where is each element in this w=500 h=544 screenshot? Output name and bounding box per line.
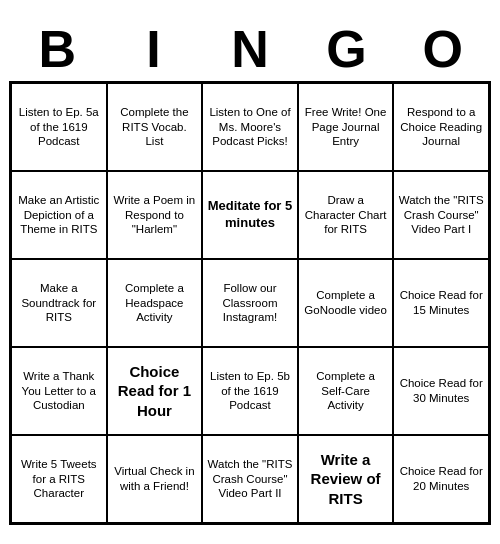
bingo-cell: Complete a GoNoodle video bbox=[298, 259, 394, 347]
bingo-cell: Free Write! One Page Journal Entry bbox=[298, 83, 394, 171]
bingo-cell: Make a Soundtrack for RITS bbox=[11, 259, 107, 347]
bingo-letter: B bbox=[11, 19, 103, 79]
bingo-cell: Complete a Headspace Activity bbox=[107, 259, 203, 347]
bingo-grid: Listen to Ep. 5a of the 1619 PodcastComp… bbox=[9, 81, 491, 525]
bingo-cell: Choice Read for 1 Hour bbox=[107, 347, 203, 435]
bingo-cell: Choice Read for 30 Minutes bbox=[393, 347, 489, 435]
bingo-cell: Listen to Ep. 5b of the 1619 Podcast bbox=[202, 347, 298, 435]
bingo-cell: Write 5 Tweets for a RITS Character bbox=[11, 435, 107, 523]
bingo-cell: Draw a Character Chart for RITS bbox=[298, 171, 394, 259]
bingo-letter: N bbox=[204, 19, 296, 79]
bingo-cell: Watch the "RITS Crash Course" Video Part… bbox=[202, 435, 298, 523]
bingo-cell: Complete the RITS Vocab. List bbox=[107, 83, 203, 171]
bingo-cell: Listen to One of Ms. Moore's Podcast Pic… bbox=[202, 83, 298, 171]
bingo-cell: Listen to Ep. 5a of the 1619 Podcast bbox=[11, 83, 107, 171]
bingo-letter: I bbox=[108, 19, 200, 79]
bingo-letter: G bbox=[300, 19, 392, 79]
bingo-cell: Write a Review of RITS bbox=[298, 435, 394, 523]
bingo-cell: Respond to a Choice Reading Journal bbox=[393, 83, 489, 171]
bingo-card: BINGO Listen to Ep. 5a of the 1619 Podca… bbox=[5, 15, 495, 529]
bingo-cell: Meditate for 5 minutes bbox=[202, 171, 298, 259]
bingo-cell: Write a Poem in Respond to "Harlem" bbox=[107, 171, 203, 259]
bingo-cell: Complete a Self-Care Activity bbox=[298, 347, 394, 435]
bingo-cell: Virtual Check in with a Friend! bbox=[107, 435, 203, 523]
bingo-letter: O bbox=[397, 19, 489, 79]
bingo-cell: Make an Artistic Depiction of a Theme in… bbox=[11, 171, 107, 259]
bingo-title: BINGO bbox=[9, 19, 491, 79]
bingo-cell: Write a Thank You Letter to a Custodian bbox=[11, 347, 107, 435]
bingo-cell: Follow our Classroom Instagram! bbox=[202, 259, 298, 347]
bingo-cell: Watch the "RITS Crash Course" Video Part… bbox=[393, 171, 489, 259]
bingo-cell: Choice Read for 20 Minutes bbox=[393, 435, 489, 523]
bingo-cell: Choice Read for 15 Minutes bbox=[393, 259, 489, 347]
